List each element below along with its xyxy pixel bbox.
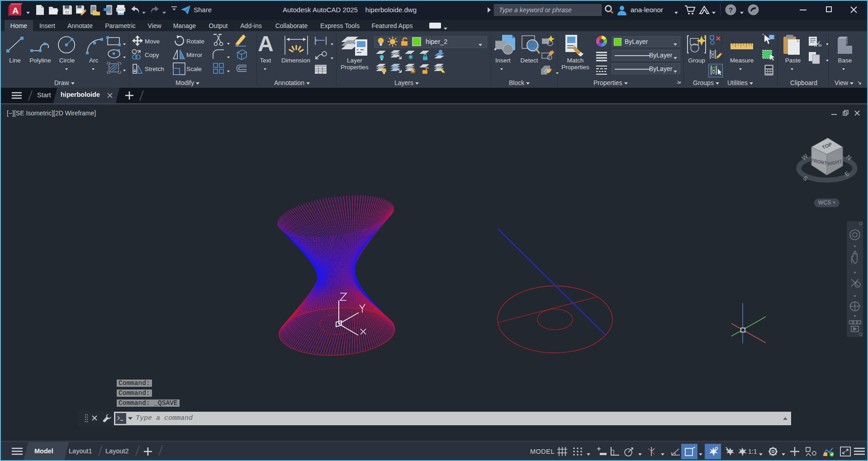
svg-text:A: A <box>12 6 19 15</box>
svg-text:?: ? <box>729 6 733 14</box>
